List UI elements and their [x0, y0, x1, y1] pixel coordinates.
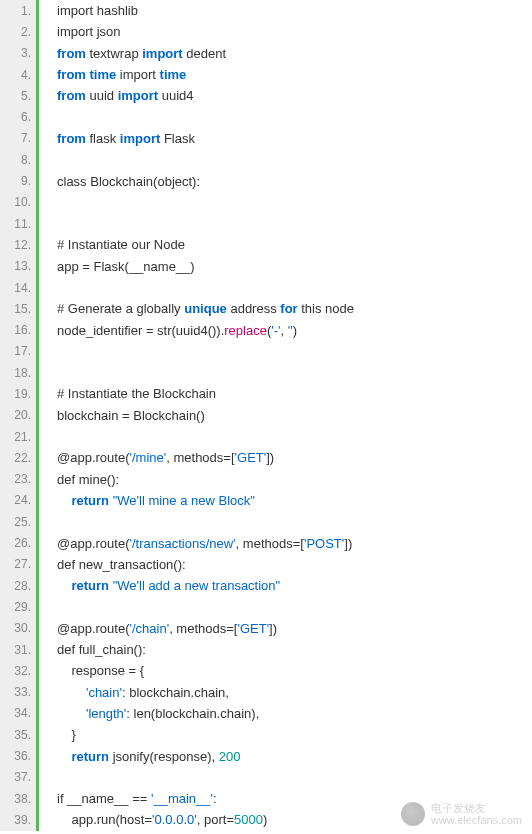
code-token	[57, 706, 86, 721]
code-token: '0.0.0.0'	[152, 812, 197, 827]
code-content: return "We'll mine a new Block"	[45, 493, 255, 508]
line-number: 34.	[0, 703, 36, 724]
code-gap	[39, 192, 45, 213]
code-token: @app.route(	[57, 621, 129, 636]
line-number: 11.	[0, 213, 36, 234]
code-gap	[39, 767, 45, 788]
code-block: 1.import hashlib2.import json3.from text…	[0, 0, 532, 831]
code-content: from textwrap import dedent	[45, 46, 226, 61]
code-line: 29.	[0, 596, 532, 617]
code-line: 24. return "We'll mine a new Block"	[0, 490, 532, 511]
code-gap	[39, 511, 45, 532]
code-line: 9.class Blockchain(object):	[0, 170, 532, 191]
code-gap	[39, 277, 45, 298]
line-number: 36.	[0, 745, 36, 766]
code-token: import json	[57, 24, 121, 39]
line-number: 4.	[0, 64, 36, 85]
code-content: blockchain = Blockchain()	[45, 408, 205, 423]
code-token: class Blockchain(object):	[57, 174, 200, 189]
code-line: 26.@app.route('/transactions/new', metho…	[0, 532, 532, 553]
code-token: , methods=[	[236, 536, 304, 551]
line-number: 7.	[0, 128, 36, 149]
code-token: dedent	[183, 46, 226, 61]
code-token: )	[293, 323, 297, 338]
code-token: return	[71, 749, 112, 764]
code-line: 19.# Instantiate the Blockchain	[0, 383, 532, 404]
line-number: 38.	[0, 788, 36, 809]
line-number: 18.	[0, 362, 36, 383]
line-number: 29.	[0, 596, 36, 617]
code-content: @app.route('/chain', methods=['GET'])	[45, 621, 277, 636]
code-token: 'length'	[86, 706, 126, 721]
code-line: 10.	[0, 192, 532, 213]
line-number: 10.	[0, 192, 36, 213]
code-gap	[39, 341, 45, 362]
code-content: class Blockchain(object):	[45, 174, 200, 189]
code-content: 'length': len(blockchain.chain),	[45, 706, 259, 721]
code-token: '/chain'	[129, 621, 169, 636]
code-gap	[39, 596, 45, 617]
code-content: import hashlib	[45, 3, 138, 18]
code-line: 32. response = {	[0, 660, 532, 681]
line-number: 12.	[0, 234, 36, 255]
code-content: from flask import Flask	[45, 131, 195, 146]
code-token: "We'll mine a new Block"	[113, 493, 255, 508]
code-content: from uuid import uuid4	[45, 88, 194, 103]
code-token: import	[142, 46, 182, 61]
line-number: 22.	[0, 447, 36, 468]
code-token: ])	[344, 536, 352, 551]
code-content: # Generate a globally unique address for…	[45, 301, 354, 316]
code-token: }	[57, 727, 76, 742]
code-line: 20.blockchain = Blockchain()	[0, 405, 532, 426]
code-token: response = {	[57, 663, 144, 678]
line-number: 33.	[0, 682, 36, 703]
code-line: 12.# Instantiate our Node	[0, 234, 532, 255]
code-token: , methods=[	[166, 450, 234, 465]
line-number: 32.	[0, 660, 36, 681]
code-content: # Instantiate the Blockchain	[45, 386, 216, 401]
code-line: 15.# Generate a globally unique address …	[0, 298, 532, 319]
line-number: 19.	[0, 383, 36, 404]
code-token: # Generate a globally	[57, 301, 184, 316]
code-token: @app.route(	[57, 536, 129, 551]
code-token: app.run(host=	[57, 812, 152, 827]
code-token: , methods=[	[169, 621, 237, 636]
code-token: def new_transaction():	[57, 557, 186, 572]
code-content: from time import time	[45, 67, 186, 82]
code-line: 8.	[0, 149, 532, 170]
code-line: 36. return jsonify(response), 200	[0, 745, 532, 766]
code-token: from time	[57, 67, 120, 82]
code-content: return "We'll add a new transaction"	[45, 578, 280, 593]
code-token: uuid4	[158, 88, 193, 103]
code-token: this node	[298, 301, 354, 316]
code-token: return	[71, 493, 112, 508]
code-token: 'GET'	[235, 450, 267, 465]
code-token: flask	[90, 131, 120, 146]
line-number: 2.	[0, 21, 36, 42]
code-token: 5000	[234, 812, 263, 827]
code-token: 'GET'	[237, 621, 269, 636]
code-line: 4.from time import time	[0, 64, 532, 85]
line-number: 23.	[0, 469, 36, 490]
line-number: 17.	[0, 341, 36, 362]
code-line: 1.import hashlib	[0, 0, 532, 21]
line-number: 26.	[0, 532, 36, 553]
line-number: 6.	[0, 106, 36, 127]
code-content: 'chain': blockchain.chain,	[45, 685, 229, 700]
line-number: 1.	[0, 0, 36, 21]
code-content: app.run(host='0.0.0.0', port=5000)	[45, 812, 267, 827]
code-token: blockchain = Blockchain()	[57, 408, 205, 423]
code-token: unique	[184, 301, 227, 316]
line-number: 37.	[0, 767, 36, 788]
code-line: 39. app.run(host='0.0.0.0', port=5000)	[0, 809, 532, 830]
code-token: # Instantiate our Node	[57, 237, 185, 252]
code-token: )	[263, 812, 267, 827]
code-line: 30.@app.route('/chain', methods=['GET'])	[0, 618, 532, 639]
line-number: 30.	[0, 618, 36, 639]
code-line: 34. 'length': len(blockchain.chain),	[0, 703, 532, 724]
code-token: for	[280, 301, 297, 316]
code-line: 35. }	[0, 724, 532, 745]
line-number: 25.	[0, 511, 36, 532]
code-token: : len(blockchain.chain),	[126, 706, 259, 721]
code-token: from	[57, 46, 90, 61]
